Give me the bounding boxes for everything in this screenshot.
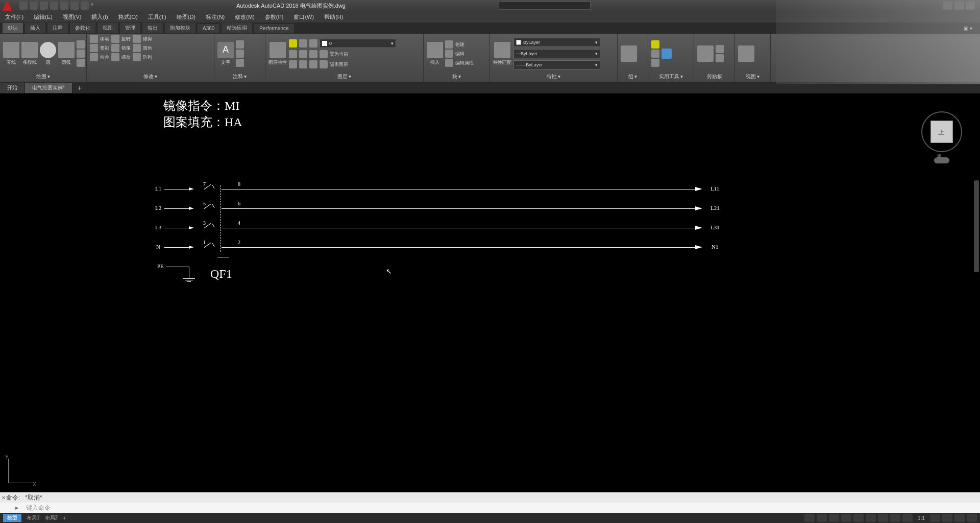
block-attr-icon[interactable]	[445, 59, 453, 67]
qat-redo-icon[interactable]	[81, 2, 89, 10]
trim-icon[interactable]	[133, 35, 141, 43]
menu-draw[interactable]: 绘图(D)	[177, 13, 195, 21]
navbar-icon[interactable]	[934, 157, 949, 163]
status-model[interactable]: 模型	[3, 514, 21, 522]
group-button[interactable]	[621, 45, 637, 62]
rect-icon[interactable]	[77, 40, 85, 49]
table-icon[interactable]	[236, 59, 244, 67]
grid-icon[interactable]	[817, 514, 827, 522]
ribbon-minimize-icon[interactable]: ▣ ▾	[964, 26, 972, 31]
panel-block-title[interactable]: 块 ▾	[427, 73, 486, 81]
layer-iso-icon[interactable]	[309, 50, 317, 58]
layer-props-button[interactable]: 图层特性	[268, 42, 287, 66]
layer-freeze-icon[interactable]	[299, 39, 307, 47]
menu-dimension[interactable]: 标注(N)	[206, 13, 225, 21]
help-search-input[interactable]	[499, 2, 591, 10]
qat-new-icon[interactable]	[19, 2, 28, 10]
ribbon-tab-insert[interactable]: 插入	[25, 23, 45, 33]
model-space-icon[interactable]	[804, 514, 815, 522]
menu-parametric[interactable]: 参数(P)	[265, 13, 284, 21]
rotate-icon[interactable]	[111, 35, 119, 43]
status-add-layout[interactable]: +	[63, 515, 66, 521]
status-layout1[interactable]: 布局1	[27, 514, 40, 521]
a360-icon[interactable]	[954, 2, 964, 10]
ellipse-icon[interactable]	[77, 59, 85, 67]
osnap-icon[interactable]	[866, 514, 876, 522]
linetype-dropdown[interactable]: ─── ByLayer▾	[513, 60, 600, 69]
qat-open-icon[interactable]	[30, 2, 38, 10]
panel-utilities-title[interactable]: 实用工具 ▾	[651, 73, 691, 81]
ribbon-tab-default[interactable]: 默认	[3, 23, 23, 33]
block-edit-icon[interactable]	[445, 50, 453, 58]
otrack-icon[interactable]	[878, 514, 888, 522]
close-icon[interactable]: ✕	[2, 495, 6, 501]
menu-modify[interactable]: 修改(M)	[235, 13, 255, 21]
fillet-icon[interactable]	[133, 44, 141, 52]
panel-properties-title[interactable]: 特性 ▾	[493, 73, 614, 81]
panel-layer-title[interactable]: 图层 ▾	[268, 73, 420, 81]
block-create-icon[interactable]	[445, 40, 453, 49]
copy-icon[interactable]	[90, 44, 98, 52]
text-button[interactable]: A文字	[217, 42, 234, 66]
annotation-scale-icon[interactable]	[930, 514, 940, 522]
doc-tab-start[interactable]: 开始	[0, 83, 25, 93]
circle-button[interactable]: 圆	[40, 42, 56, 66]
drawing-canvas[interactable]: 镜像指令：MI 图案填充：HA L1 7 8 L11 L2 5 6 L21 L3…	[0, 93, 980, 492]
polyline-button[interactable]: 多段线	[21, 42, 38, 66]
ribbon-tab-performance[interactable]: Performance	[254, 24, 293, 33]
qat-save-icon[interactable]	[40, 2, 48, 10]
signin-icon[interactable]	[943, 2, 952, 10]
ribbon-tab-featured[interactable]: 精选应用	[222, 23, 252, 33]
status-layout2[interactable]: 布局2	[45, 514, 58, 521]
menu-edit[interactable]: 编辑(E)	[34, 13, 53, 21]
panel-view-title[interactable]: 视图 ▾	[738, 73, 767, 81]
viewcube-face[interactable]: 上	[930, 121, 953, 143]
viewcube[interactable]: 上 南	[919, 101, 965, 162]
workspace-icon[interactable]	[942, 514, 952, 522]
layer-match-icon[interactable]	[289, 50, 297, 58]
ortho-icon[interactable]	[841, 514, 851, 522]
paste-button[interactable]	[697, 45, 714, 62]
array-icon[interactable]	[133, 53, 141, 61]
line-button[interactable]: 直线	[3, 42, 19, 66]
move-icon[interactable]	[90, 35, 98, 43]
menu-help[interactable]: 帮助(H)	[324, 13, 343, 21]
layer-dropdown[interactable]: 0▾	[320, 39, 396, 48]
leader-icon[interactable]	[236, 50, 244, 58]
doc-tab-current[interactable]: 电气绘图实例*	[25, 83, 72, 93]
measure-icon[interactable]	[651, 40, 659, 49]
menu-format[interactable]: 格式(O)	[118, 13, 138, 21]
cut-icon[interactable]	[716, 45, 724, 53]
layer-on-icon[interactable]	[289, 39, 297, 47]
app-logo-icon[interactable]	[2, 1, 12, 11]
panel-annotation-title[interactable]: 注释 ▾	[217, 73, 262, 81]
layer-prev-icon[interactable]	[299, 50, 307, 58]
menu-file[interactable]: 文件(F)	[5, 13, 23, 21]
panel-group-title[interactable]: 组 ▾	[621, 73, 645, 81]
base-button[interactable]	[738, 45, 754, 62]
customize-icon[interactable]	[967, 514, 977, 522]
ribbon-tab-output[interactable]: 输出	[142, 23, 163, 33]
stretch-icon[interactable]	[90, 53, 98, 61]
doc-tab-new-icon[interactable]: +	[72, 84, 87, 92]
polar-icon[interactable]	[853, 514, 864, 522]
snap-icon[interactable]	[829, 514, 839, 522]
panel-draw-title[interactable]: 绘图 ▾	[3, 73, 83, 81]
status-scale[interactable]: 1:1	[918, 515, 925, 521]
qat-plot-icon[interactable]	[60, 2, 68, 10]
vertical-scrollbar[interactable]	[974, 180, 979, 272]
qat-saveas-icon[interactable]	[50, 2, 58, 10]
copy-clip-icon[interactable]	[716, 54, 724, 62]
match-props-button[interactable]: 特性匹配	[493, 42, 511, 66]
transparency-icon[interactable]	[902, 514, 913, 522]
insert-block-button[interactable]: 插入	[427, 42, 443, 66]
clean-screen-icon[interactable]	[954, 514, 965, 522]
ribbon-tab-parametric[interactable]: 参数化	[70, 23, 95, 33]
panel-modify-title[interactable]: 修改 ▾	[90, 73, 211, 81]
mirror-icon[interactable]	[111, 44, 119, 52]
menu-window[interactable]: 窗口(W)	[293, 13, 314, 21]
command-input[interactable]: ▸_ 键入命令	[0, 503, 980, 513]
dimension-icon[interactable]	[236, 40, 244, 49]
menu-insert[interactable]: 插入(I)	[91, 13, 108, 21]
arc-button[interactable]: 圆弧	[58, 42, 75, 66]
